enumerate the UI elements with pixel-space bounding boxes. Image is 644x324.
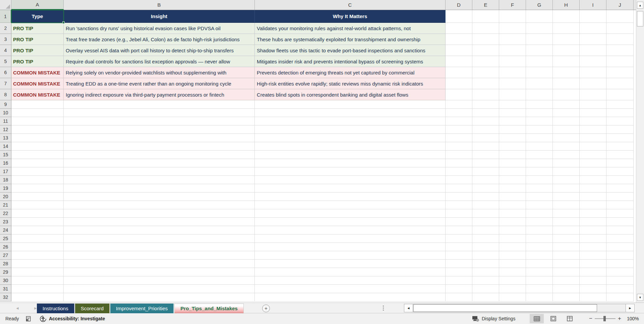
row-header-32[interactable]: 32	[0, 293, 11, 302]
cell-A19[interactable]	[11, 184, 64, 193]
cell-J31[interactable]	[606, 285, 634, 293]
cell-A27[interactable]	[11, 251, 64, 260]
cell-H26[interactable]	[553, 243, 580, 251]
cell-D15[interactable]	[446, 151, 472, 159]
cell-J13[interactable]	[606, 134, 634, 142]
cell-F23[interactable]	[499, 218, 526, 226]
cell-C27[interactable]	[255, 251, 446, 260]
cell-E24[interactable]	[472, 226, 499, 234]
cell-H22[interactable]	[553, 209, 580, 218]
zoom-out-button[interactable]: −	[589, 315, 592, 322]
row-header-26[interactable]: 26	[0, 243, 11, 251]
cell-G16[interactable]	[526, 159, 553, 167]
row-header-28[interactable]: 28	[0, 260, 11, 268]
cell-H7[interactable]	[553, 78, 580, 89]
cell-E9[interactable]	[472, 100, 499, 109]
cell-B17[interactable]	[64, 167, 255, 176]
cell-G27[interactable]	[526, 251, 553, 260]
cell-I13[interactable]	[580, 134, 606, 142]
select-all-corner[interactable]	[0, 0, 11, 10]
cell-H18[interactable]	[553, 176, 580, 184]
scroll-right-button[interactable]: ►	[626, 304, 634, 312]
cell-E21[interactable]	[472, 201, 499, 209]
cell-C25[interactable]	[255, 234, 446, 243]
horizontal-scroll-track[interactable]	[413, 304, 626, 312]
cell-A17[interactable]	[11, 167, 64, 176]
cell-B1[interactable]: Insight	[64, 10, 255, 23]
cell-G32[interactable]	[526, 293, 553, 302]
cell-A18[interactable]	[11, 176, 64, 184]
cell-B7[interactable]: Treating EDD as a one-time event rather …	[64, 78, 255, 89]
cell-F18[interactable]	[499, 176, 526, 184]
cell-D14[interactable]	[446, 142, 472, 151]
row-header-18[interactable]: 18	[0, 176, 11, 184]
cell-D5[interactable]	[446, 56, 472, 67]
cell-A8[interactable]: COMMON MISTAKE	[11, 89, 64, 100]
cell-D3[interactable]	[446, 34, 472, 45]
zoom-level[interactable]: 100%	[627, 316, 639, 321]
cell-B21[interactable]	[64, 201, 255, 209]
cell-H28[interactable]	[553, 260, 580, 268]
cell-I6[interactable]	[580, 67, 606, 78]
cell-H29[interactable]	[553, 268, 580, 276]
page-break-view-button[interactable]	[563, 314, 577, 323]
cell-I19[interactable]	[580, 184, 606, 193]
cell-I23[interactable]	[580, 218, 606, 226]
cell-A4[interactable]: PRO TIP	[11, 45, 64, 56]
cell-D2[interactable]	[446, 23, 472, 34]
cell-G20[interactable]	[526, 193, 553, 201]
cell-A6[interactable]: COMMON MISTAKE	[11, 67, 64, 78]
cell-E32[interactable]	[472, 293, 499, 302]
column-header-G[interactable]: G	[526, 0, 553, 10]
cell-J23[interactable]	[606, 218, 634, 226]
scroll-left-button[interactable]: ◄	[404, 304, 413, 312]
cell-G11[interactable]	[526, 117, 553, 125]
row-header-3[interactable]: 3	[0, 34, 11, 45]
cell-J21[interactable]	[606, 201, 634, 209]
cell-B27[interactable]	[64, 251, 255, 260]
cell-C14[interactable]	[255, 142, 446, 151]
cell-I11[interactable]	[580, 117, 606, 125]
cell-G7[interactable]	[526, 78, 553, 89]
cell-I28[interactable]	[580, 260, 606, 268]
cell-H32[interactable]	[553, 293, 580, 302]
cell-J24[interactable]	[606, 226, 634, 234]
cell-G30[interactable]	[526, 276, 553, 285]
cell-B25[interactable]	[64, 234, 255, 243]
cell-D12[interactable]	[446, 125, 472, 134]
cell-C8[interactable]: Creates blind spots in correspondent ban…	[255, 89, 446, 100]
cell-C2[interactable]: Validates your monitoring rules against …	[255, 23, 446, 34]
cell-I1[interactable]	[580, 10, 606, 23]
cell-A10[interactable]	[11, 109, 64, 117]
cell-I9[interactable]	[580, 100, 606, 109]
row-header-30[interactable]: 30	[0, 276, 11, 285]
cell-F21[interactable]	[499, 201, 526, 209]
cell-J15[interactable]	[606, 151, 634, 159]
cell-J11[interactable]	[606, 117, 634, 125]
cell-E22[interactable]	[472, 209, 499, 218]
cell-E18[interactable]	[472, 176, 499, 184]
cell-D18[interactable]	[446, 176, 472, 184]
cell-E30[interactable]	[472, 276, 499, 285]
row-header-11[interactable]: 11	[0, 117, 11, 125]
cell-C7[interactable]: High-risk entities evolve rapidly; stati…	[255, 78, 446, 89]
cell-C22[interactable]	[255, 209, 446, 218]
column-header-E[interactable]: E	[472, 0, 499, 10]
cell-F29[interactable]	[499, 268, 526, 276]
cell-B16[interactable]	[64, 159, 255, 167]
cell-C5[interactable]: Mitigates insider risk and prevents inte…	[255, 56, 446, 67]
row-header-22[interactable]: 22	[0, 209, 11, 218]
cell-B23[interactable]	[64, 218, 255, 226]
cell-D20[interactable]	[446, 193, 472, 201]
cell-J17[interactable]	[606, 167, 634, 176]
row-header-25[interactable]: 25	[0, 234, 11, 243]
cell-H25[interactable]	[553, 234, 580, 243]
cell-D22[interactable]	[446, 209, 472, 218]
column-header-C[interactable]: C	[255, 0, 446, 10]
zoom-slider-handle[interactable]	[603, 316, 606, 321]
cell-E7[interactable]	[472, 78, 499, 89]
cell-A5[interactable]: PRO TIP	[11, 56, 64, 67]
cell-A11[interactable]	[11, 117, 64, 125]
cell-I10[interactable]	[580, 109, 606, 117]
cell-E27[interactable]	[472, 251, 499, 260]
